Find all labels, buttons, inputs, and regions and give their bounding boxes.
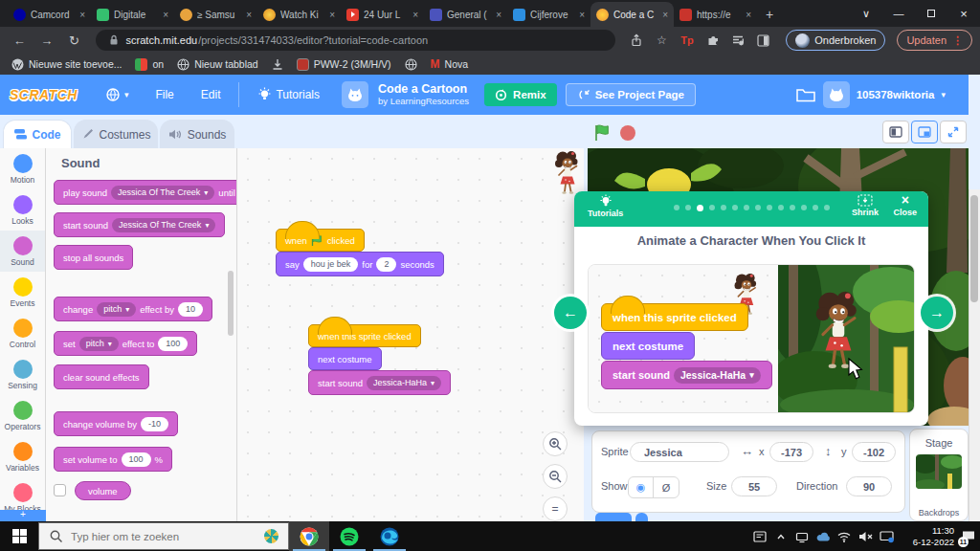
bookmark-nova[interactable]: MNova <box>431 57 469 71</box>
number-input[interactable]: -10 <box>141 417 168 431</box>
scripts-workspace[interactable]: when clicked say hou je bek for 2 second… <box>237 148 584 521</box>
tab-costumes[interactable]: Costumes <box>74 120 158 148</box>
number-input[interactable]: 10 <box>178 302 203 317</box>
taskbar-edge[interactable] <box>369 521 410 551</box>
tutorials-menu[interactable]: Tutorials <box>245 75 332 115</box>
tutorial-progress-dot[interactable] <box>685 205 691 210</box>
browser-tab-watch[interactable]: Watch Ki× <box>257 2 341 27</box>
profile-chip[interactable]: Onderbroken <box>786 30 885 51</box>
tab-close-icon[interactable]: × <box>246 10 252 20</box>
new-tab-button[interactable]: + <box>757 2 782 27</box>
block-set-effect[interactable]: set pitch▾ effect to 100 <box>54 331 197 356</box>
volume-checkbox[interactable] <box>54 484 66 496</box>
back-button[interactable]: ← <box>8 29 32 52</box>
zoom-out-button[interactable] <box>543 464 568 489</box>
tab-close-icon[interactable]: × <box>746 10 751 20</box>
bookmark-star-icon[interactable]: ☆ <box>651 29 673 52</box>
normal-stage-layout-button[interactable] <box>911 121 938 143</box>
script-when-flag-clicked[interactable]: when clicked <box>276 229 365 252</box>
seconds-input[interactable]: 2 <box>376 257 396 272</box>
sound-dropdown[interactable]: Jessica Of The Creek▾ <box>112 218 215 232</box>
close-window-button[interactable]: × <box>947 0 980 27</box>
y-position-input[interactable] <box>852 442 896 462</box>
tab-close-icon[interactable]: × <box>79 10 85 20</box>
number-input[interactable]: 100 <box>122 452 151 467</box>
browser-tab-scratch-active[interactable]: Code a C× <box>590 2 674 27</box>
tab-close-icon[interactable]: × <box>496 10 501 20</box>
palette-scrollbar[interactable] <box>228 271 234 336</box>
script-when-sprite-clicked[interactable]: when this sprite clicked <box>308 324 421 347</box>
block-set-volume[interactable]: set volume to 100 % <box>54 447 172 472</box>
media-playlist-icon[interactable] <box>727 29 749 52</box>
file-menu[interactable]: File <box>143 75 186 115</box>
page-scrollbar-thumb[interactable] <box>970 195 978 302</box>
block-play-sound-until-done[interactable]: play sound Jessica Of The Creek▾ until d… <box>54 180 237 205</box>
tray-device-icon[interactable] <box>791 521 813 551</box>
browser-tab-https[interactable]: https://e× <box>674 2 757 27</box>
script-start-sound[interactable]: start sound Jessica-HaHa▾ <box>308 370 451 395</box>
taskbar-spotify[interactable] <box>329 521 369 551</box>
tutorial-progress-dot[interactable] <box>721 205 726 210</box>
remix-button[interactable]: Remix <box>484 83 557 106</box>
tab-close-icon[interactable]: × <box>163 10 168 20</box>
say-text-input[interactable]: hou je bek <box>303 257 359 272</box>
reading-mode-icon[interactable] <box>753 29 775 52</box>
tab-close-icon[interactable]: × <box>579 10 585 20</box>
block-change-volume[interactable]: change volume by -10 <box>54 411 178 436</box>
dragged-sprite-ghost[interactable] <box>553 150 582 196</box>
stage-selector-panel[interactable]: Stage Backdrops <box>909 429 969 521</box>
bookmark-globe2[interactable] <box>405 58 417 71</box>
category-events[interactable]: Events <box>0 272 45 313</box>
show-hidden-icons-chevron[interactable] <box>770 521 791 551</box>
category-motion[interactable]: Motion <box>0 148 45 189</box>
tutorial-prev-button[interactable]: ← <box>554 297 587 329</box>
user-avatar[interactable] <box>823 81 850 108</box>
language-menu[interactable]: ▾ <box>93 75 142 115</box>
browser-tab-samsung[interactable]: ≥ Samsu× <box>174 2 257 27</box>
maximize-button[interactable] <box>915 0 947 27</box>
direction-input[interactable] <box>846 476 892 496</box>
green-flag-button[interactable] <box>594 124 611 142</box>
taskbar-chrome[interactable] <box>289 521 329 551</box>
stop-button[interactable] <box>620 125 635 141</box>
action-center-button[interactable]: 11 <box>957 521 980 551</box>
scratch-logo[interactable]: SCRATCH <box>10 87 78 102</box>
bookmark-tm[interactable]: on <box>135 58 164 71</box>
tutorial-progress-dot[interactable] <box>732 205 738 210</box>
zoom-reset-button[interactable]: = <box>543 496 568 521</box>
onedrive-cloud-icon[interactable] <box>813 521 834 551</box>
tab-sounds[interactable]: Sounds <box>160 120 234 148</box>
category-operators[interactable]: Operators <box>0 395 45 436</box>
shrink-button[interactable]: Shrink <box>852 194 879 217</box>
show-sprite-button[interactable]: ◉ <box>629 477 654 497</box>
sprite-name-input[interactable] <box>630 442 729 462</box>
tab-close-icon[interactable]: × <box>412 10 418 20</box>
tab-search-chevron-icon[interactable]: ∨ <box>850 0 882 27</box>
folder-icon[interactable] <box>795 86 816 103</box>
tutorial-close-button[interactable]: × Close <box>893 194 917 217</box>
category-looks[interactable]: Looks <box>0 189 45 231</box>
hide-sprite-button[interactable]: Ø <box>654 477 679 497</box>
volume-muted-icon[interactable] <box>855 521 876 551</box>
minimize-button[interactable]: — <box>882 0 915 27</box>
tutorial-progress-dot[interactable] <box>674 205 679 210</box>
browser-tab-digitale[interactable]: Digitale× <box>91 2 174 27</box>
fullscreen-button[interactable] <box>940 121 967 143</box>
bookmark-new-tab[interactable]: Nieuw tabblad <box>177 58 258 71</box>
tutorial-progress-dot[interactable] <box>790 205 795 210</box>
taskbar-clock[interactable]: 11:30 6-12-2022 <box>899 525 954 548</box>
tutorial-progress-dot[interactable] <box>778 205 784 210</box>
tutorial-progress-dot[interactable] <box>824 205 830 210</box>
category-variables[interactable]: Variables <box>0 436 45 477</box>
tp-extension-icon[interactable]: Tp <box>677 29 699 52</box>
block-stop-all-sounds[interactable]: stop all sounds <box>54 245 133 270</box>
tab-code[interactable]: Code <box>3 120 72 148</box>
add-extension-button[interactable]: + <box>0 510 46 521</box>
sound-dropdown[interactable]: Jessica Of The Creek▾ <box>111 186 214 200</box>
block-clear-sound-effects[interactable]: clear sound effects <box>54 364 149 389</box>
edit-menu[interactable]: Edit <box>189 75 234 115</box>
start-button[interactable] <box>0 521 38 551</box>
size-input[interactable] <box>731 476 777 496</box>
account-caret-icon[interactable]: ▾ <box>941 90 946 99</box>
wifi-icon[interactable] <box>834 521 855 551</box>
